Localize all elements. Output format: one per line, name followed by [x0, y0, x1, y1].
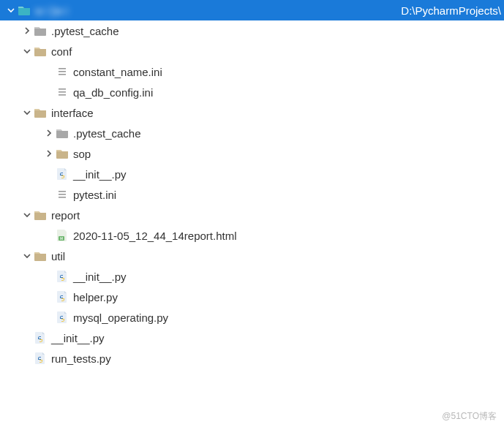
python-file-icon	[34, 331, 47, 344]
python-file-icon	[56, 290, 69, 303]
chevron-down-icon[interactable]	[20, 208, 34, 222]
python-file-icon	[56, 270, 69, 283]
python-file-icon	[56, 167, 69, 181]
tree-row[interactable]: pytest.ini	[0, 184, 504, 205]
folder-icon	[34, 208, 47, 222]
tree-row[interactable]: __init__.py	[0, 164, 504, 184]
tree-row[interactable]: helper.py	[0, 287, 504, 307]
tree-item-label: .pytest_cache	[73, 127, 141, 140]
tree-row[interactable]: __init__.py	[0, 266, 504, 287]
tree-row[interactable]: interface	[0, 102, 504, 123]
folder-icon	[56, 126, 69, 140]
svg-rect-7	[59, 194, 66, 195]
chevron-right-icon[interactable]	[42, 126, 56, 140]
svg-rect-1	[59, 71, 66, 72]
tree-item-label: __init__.py	[73, 271, 127, 283]
tree-item-label: mysql_operating.py	[73, 311, 168, 324]
tree-row[interactable]: __init__.py	[0, 328, 504, 348]
tree-item-label: util	[51, 250, 65, 262]
ini-file-icon	[56, 188, 69, 201]
svg-rect-0	[59, 68, 66, 69]
svg-rect-5	[59, 94, 66, 96]
chevron-down-icon[interactable]	[20, 249, 34, 262]
tree-item-label: report	[51, 209, 80, 222]
tree-item-label: __init__.py	[51, 332, 105, 344]
project-root-row[interactable]: w i [w i D:\PycharmProjects\	[0, 0, 504, 20]
python-file-icon	[34, 352, 47, 365]
tree-item-label: __init__.py	[73, 168, 127, 181]
chevron-down-icon[interactable]	[4, 4, 18, 17]
tree-item-label: qa_db_config.ini	[73, 86, 153, 99]
ini-file-icon	[56, 86, 69, 99]
tree-row[interactable]: mysql_operating.py	[0, 307, 504, 328]
tree-item-label: sop	[73, 148, 91, 160]
python-file-icon	[56, 311, 69, 324]
chevron-down-icon[interactable]	[20, 106, 34, 119]
svg-rect-2	[59, 74, 66, 75]
svg-rect-4	[59, 91, 66, 93]
tree-row[interactable]: H2020-11-05_12_44_14report.html	[0, 225, 504, 246]
tree-row[interactable]: conf	[0, 41, 504, 61]
project-path-label: D:\PycharmProjects\	[401, 4, 504, 17]
tree-item-label: helper.py	[73, 291, 118, 303]
tree-item-label: constant_name.ini	[73, 66, 162, 78]
tree-item-label: 2020-11-05_12_44_14report.html	[73, 230, 237, 242]
project-tree: w i [w i D:\PycharmProjects\ .pytest_cac…	[0, 0, 504, 369]
tree-row[interactable]: sop	[0, 143, 504, 164]
tree-row[interactable]: .pytest_cache	[0, 123, 504, 143]
tree-item-label: conf	[51, 45, 72, 58]
tree-row[interactable]: constant_name.ini	[0, 61, 504, 82]
tree-row[interactable]: .pytest_cache	[0, 20, 504, 41]
chevron-right-icon[interactable]	[20, 24, 34, 37]
svg-rect-8	[59, 197, 66, 198]
folder-icon	[56, 147, 69, 160]
tree-row[interactable]: qa_db_config.ini	[0, 82, 504, 102]
folder-icon	[34, 45, 47, 58]
tree-item-label: run_tests.py	[51, 352, 111, 365]
tree-row[interactable]: run_tests.py	[0, 348, 504, 369]
html-file-icon: H	[56, 229, 69, 242]
svg-text:H: H	[60, 236, 63, 241]
project-name-label: w i [w i	[35, 4, 68, 17]
tree-item-label: pytest.ini	[73, 189, 116, 201]
watermark: @51CTO博客	[442, 410, 497, 423]
folder-icon	[34, 106, 47, 119]
chevron-down-icon[interactable]	[20, 45, 34, 58]
tree-item-label: .pytest_cache	[51, 25, 119, 37]
ini-file-icon	[56, 65, 69, 78]
folder-icon	[34, 24, 47, 37]
folder-icon	[34, 249, 47, 262]
tree-row[interactable]: report	[0, 205, 504, 225]
tree-item-label: interface	[51, 107, 94, 119]
chevron-right-icon[interactable]	[42, 147, 56, 160]
svg-rect-3	[59, 88, 66, 90]
svg-rect-6	[59, 191, 66, 192]
tree-row[interactable]: util	[0, 246, 504, 266]
folder-icon	[18, 4, 31, 17]
